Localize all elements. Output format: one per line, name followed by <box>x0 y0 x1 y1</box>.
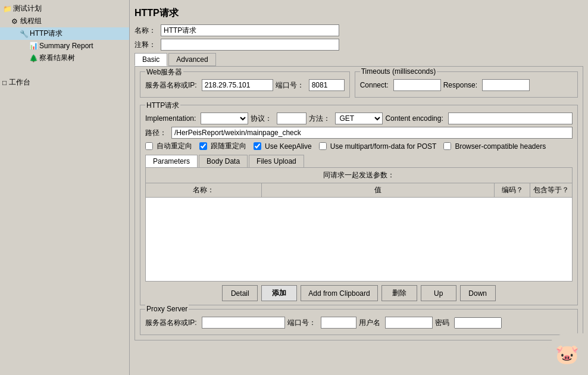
workarea-label: □ 工作台 <box>0 76 129 89</box>
sidebar-item-label: 察看结果树 <box>39 53 75 63</box>
server-input[interactable] <box>202 79 273 91</box>
add-button[interactable]: 添加 <box>261 285 297 301</box>
connect-input[interactable] <box>393 79 441 91</box>
inner-tab-bar: Parameters Body Data Files Upload <box>145 155 573 168</box>
down-button[interactable]: Down <box>460 285 496 301</box>
path-input[interactable] <box>171 127 573 139</box>
browser-headers-label: Browser-compatible headers <box>455 142 546 151</box>
method-label: 方法： <box>309 114 330 124</box>
method-row: Implementation: 协议： 方法： GET POST PUT DEL… <box>145 112 573 124</box>
auto-redirect-checkbox[interactable] <box>145 142 153 150</box>
proxy-username-input[interactable] <box>385 317 433 329</box>
http-request-legend: HTTP请求 <box>145 101 180 111</box>
proxy-server-label: 服务器名称或IP: <box>145 318 197 328</box>
comment-label: 注释： <box>135 40 156 50</box>
comment-row: 注释： <box>135 39 583 51</box>
params-header: 名称： 值 编码？ 包含等于？ <box>146 183 572 198</box>
proxy-password-label: 密码 <box>435 318 449 328</box>
name-row: 名称： <box>135 24 583 36</box>
sidebar-item-label: 测试计划 <box>13 4 42 14</box>
col-value: 值 <box>262 183 495 197</box>
http-request-section: HTTP请求 Implementation: 协议： 方法： GET POST … <box>140 105 578 305</box>
timeouts-section: Timeouts (milliseconds) Connect: Respons… <box>355 71 578 98</box>
sidebar-item-summary-report[interactable]: 📊 Summary Report <box>0 40 129 52</box>
protocol-label: 协议： <box>251 114 272 124</box>
name-label: 名称： <box>135 26 156 36</box>
port-label: 端口号： <box>276 80 304 90</box>
browser-headers-checkbox[interactable] <box>443 142 451 150</box>
col-encode: 编码？ <box>495 183 530 197</box>
add-clipboard-button[interactable]: Add from Clipboard <box>301 285 377 301</box>
proxy-server-input[interactable] <box>202 317 285 329</box>
timeouts-row: Connect: Response: <box>360 79 573 91</box>
sidebar-item-http-request[interactable]: 🔧 HTTP请求 <box>0 27 129 40</box>
response-label: Response: <box>443 81 477 89</box>
response-input[interactable] <box>482 79 530 91</box>
folder-icon: 📁 <box>2 4 12 14</box>
mascot: 🐷 <box>546 333 588 375</box>
col-include: 包含等于？ <box>530 183 572 197</box>
panel-title: HTTP请求 <box>135 5 583 24</box>
web-server-section: Web服务器 服务器名称或IP: 端口号： <box>140 71 350 98</box>
params-body <box>146 198 572 281</box>
protocol-input[interactable] <box>277 112 306 124</box>
tab-basic[interactable]: Basic <box>135 53 167 66</box>
sidebar-item-label: HTTP请求 <box>30 29 62 39</box>
main-content: HTTP请求 名称： 注释： Basic Advanced Web服务器 服 <box>130 0 588 375</box>
tab-body-data[interactable]: Body Data <box>199 155 248 168</box>
name-input[interactable] <box>161 24 339 36</box>
gear-icon: ⚙ <box>10 17 19 26</box>
keepalive-label: Use KeepAlive <box>265 142 312 151</box>
path-label: 路径： <box>145 128 167 138</box>
proxy-row: 服务器名称或IP: 端口号： 用户名 密码 <box>145 317 573 329</box>
tab-parameters[interactable]: Parameters <box>145 155 198 168</box>
encoding-input[interactable] <box>448 112 573 124</box>
implementation-select[interactable] <box>201 112 248 124</box>
workarea-icon: □ <box>2 79 7 87</box>
sidebar-item-test-plan[interactable]: 📁 测试计划 <box>0 2 129 15</box>
comment-input[interactable] <box>161 39 339 51</box>
follow-redirect-label: 跟随重定向 <box>211 141 246 151</box>
proxy-port-label: 端口号： <box>287 318 316 328</box>
web-server-legend: Web服务器 <box>145 67 183 77</box>
up-button[interactable]: Up <box>421 285 456 301</box>
sidebar-item-thread-group[interactable]: ⚙ 线程组 <box>0 15 129 27</box>
path-row: 路径： <box>145 127 573 139</box>
keepalive-checkbox[interactable] <box>254 142 261 150</box>
col-name: 名称： <box>146 183 262 197</box>
proxy-legend: Proxy Server <box>145 305 189 313</box>
method-select[interactable]: GET POST PUT DELETE <box>335 112 383 124</box>
server-label: 服务器名称或IP: <box>145 80 197 90</box>
follow-redirect-checkbox[interactable] <box>199 142 207 150</box>
params-table: 同请求一起发送参数： 名称： 值 编码？ 包含等于？ <box>145 167 573 282</box>
http-icon: 🔧 <box>19 29 29 39</box>
sidebar-item-label: 线程组 <box>20 16 42 26</box>
implementation-label: Implementation: <box>145 114 196 123</box>
proxy-password-input[interactable] <box>454 317 502 329</box>
report-icon: 📊 <box>29 41 38 51</box>
proxy-port-input[interactable] <box>321 317 356 329</box>
connect-label: Connect: <box>360 81 389 89</box>
server-row: 服务器名称或IP: 端口号： <box>145 79 345 91</box>
checkboxes-row: 自动重定向 跟随重定向 Use KeepAlive Use multipart/… <box>145 141 573 151</box>
delete-button[interactable]: 删除 <box>381 285 417 301</box>
auto-redirect-label: 自动重定向 <box>157 141 192 151</box>
sidebar-item-result-tree[interactable]: 🌲 察看结果树 <box>0 52 129 64</box>
encoding-label: Content encoding: <box>385 114 443 123</box>
main-tab-bar: Basic Advanced <box>135 53 583 66</box>
multipart-label: Use multipart/form-data for POST <box>330 142 437 151</box>
top-row: Web服务器 服务器名称或IP: 端口号： Timeouts (millisec… <box>140 71 578 101</box>
detail-button[interactable]: Detail <box>222 285 258 301</box>
sidebar-item-label: Summary Report <box>39 42 93 50</box>
tab-content: Web服务器 服务器名称或IP: 端口号： Timeouts (millisec… <box>135 66 583 340</box>
multipart-checkbox[interactable] <box>319 142 327 150</box>
tree-icon: 🌲 <box>29 54 38 63</box>
tab-advanced[interactable]: Advanced <box>168 53 215 66</box>
buttons-row: Detail 添加 Add from Clipboard 删除 Up Down <box>145 285 573 301</box>
port-input[interactable] <box>309 79 345 91</box>
proxy-username-label: 用户名 <box>359 318 380 328</box>
timeouts-legend: Timeouts (milliseconds) <box>360 67 437 76</box>
proxy-section: Proxy Server 服务器名称或IP: 端口号： 用户名 密码 <box>140 309 578 335</box>
tab-files-upload[interactable]: Files Upload <box>249 155 304 168</box>
params-title: 同请求一起发送参数： <box>146 168 572 183</box>
